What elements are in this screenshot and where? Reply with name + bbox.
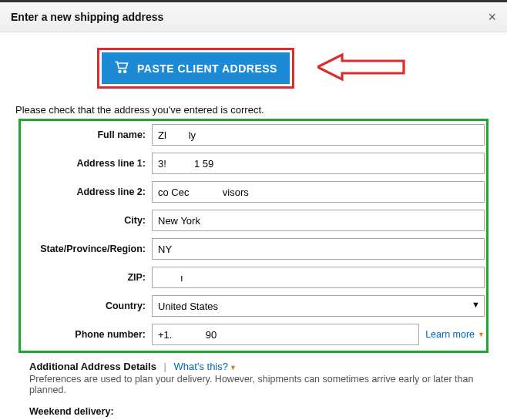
- separator: |: [164, 361, 166, 372]
- phone-row: Phone number: Learn more ▼: [22, 324, 485, 345]
- callout-arrow-icon: [317, 51, 410, 86]
- popover-icon: ▼: [478, 331, 485, 338]
- country-row: Country: ▼: [22, 295, 485, 317]
- zip-input[interactable]: [152, 267, 485, 288]
- learn-more-label: Learn more: [425, 329, 475, 340]
- paste-row: PASTE CLIENT ADDRESS: [15, 48, 492, 89]
- address-line-1-input[interactable]: [152, 153, 485, 174]
- city-row: City:: [22, 210, 485, 231]
- dialog-content: PASTE CLIENT ADDRESS Please check that t…: [0, 32, 507, 420]
- cart-icon: [114, 60, 129, 76]
- phone-label: Phone number:: [22, 329, 152, 340]
- city-label: City:: [22, 215, 152, 226]
- country-select[interactable]: [152, 295, 485, 317]
- svg-point-1: [124, 71, 126, 73]
- popover-icon: ▼: [230, 364, 237, 371]
- full-name-row: Full name:: [22, 124, 485, 146]
- additional-details-description: Preferences are used to plan your delive…: [29, 374, 485, 395]
- dialog-header: Enter a new shipping address ×: [0, 2, 507, 32]
- weekend-delivery-label: Weekend delivery:: [29, 406, 485, 417]
- address-line-2-row: Address line 2:: [22, 181, 485, 203]
- instruction-text: Please check that the address you've ent…: [15, 104, 492, 116]
- svg-point-0: [119, 71, 121, 73]
- paste-button-label: PASTE CLIENT ADDRESS: [137, 62, 277, 75]
- additional-details-section: Additional Address Details | What's this…: [29, 361, 485, 420]
- whats-this-label: What's this?: [174, 361, 228, 372]
- zip-row: ZIP:: [22, 267, 485, 288]
- country-label: Country:: [22, 301, 152, 311]
- address-fields-highlight-box: Full name: Address line 1: Address line …: [18, 119, 489, 353]
- close-icon[interactable]: ×: [488, 10, 496, 24]
- svg-marker-2: [317, 55, 404, 79]
- phone-learn-more-link[interactable]: Learn more ▼: [425, 329, 485, 340]
- shipping-address-dialog: Enter a new shipping address × PASTE CLI…: [0, 0, 507, 420]
- address-line-2-label: Address line 2:: [22, 186, 152, 197]
- additional-details-header: Additional Address Details | What's this…: [29, 361, 485, 372]
- zip-label: ZIP:: [22, 272, 152, 283]
- state-input[interactable]: [152, 238, 485, 260]
- state-label: State/Province/Region:: [22, 244, 152, 254]
- full-name-input[interactable]: [152, 124, 485, 146]
- whats-this-link[interactable]: What's this?▼: [174, 361, 237, 372]
- dialog-title: Enter a new shipping address: [11, 11, 163, 23]
- paste-highlight-box: PASTE CLIENT ADDRESS: [97, 48, 294, 89]
- state-row: State/Province/Region:: [22, 238, 485, 260]
- phone-input[interactable]: [152, 324, 419, 345]
- address-line-2-input[interactable]: [152, 181, 485, 203]
- address-line-1-label: Address line 1:: [22, 158, 152, 169]
- additional-details-heading: Additional Address Details: [29, 361, 156, 372]
- paste-client-address-button[interactable]: PASTE CLIENT ADDRESS: [102, 52, 290, 84]
- address-line-1-row: Address line 1:: [22, 153, 485, 174]
- full-name-label: Full name:: [22, 129, 152, 140]
- city-input[interactable]: [152, 210, 485, 231]
